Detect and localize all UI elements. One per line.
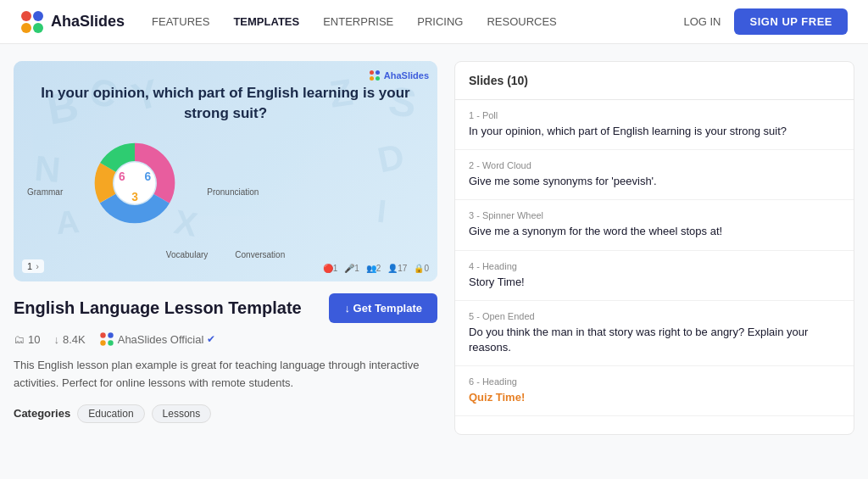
- svg-point-4: [370, 70, 374, 75]
- left-panel: B N A C S D I Z X Y AhaSlides: [14, 61, 437, 435]
- template-header: English Language Lesson Template ↓ Get T…: [14, 293, 437, 323]
- preview-card: B N A C S D I Z X Y AhaSlides: [14, 61, 437, 281]
- slides-icon: 🗂: [14, 333, 25, 346]
- slides-header: Slides (10): [455, 62, 854, 100]
- chart-label-vocabulary: Vocabulary: [166, 250, 208, 259]
- template-title: English Language Lesson Template: [14, 298, 302, 318]
- indicator-5: 🔒0: [414, 264, 429, 273]
- svg-point-2: [21, 23, 31, 33]
- page-indicators: 🔴1 🎤1 👥2 👤17 🔒0: [323, 264, 429, 273]
- slides-count: 10: [28, 333, 40, 346]
- verified-icon: ✔: [207, 333, 215, 345]
- svg-point-6: [370, 76, 374, 81]
- header: AhaSlides FEATURES TEMPLATES ENTERPRISE …: [0, 0, 868, 44]
- author-logo: [99, 331, 114, 347]
- download-count-item: ↓ 8.4K: [53, 333, 85, 346]
- chart-label-pronunciation: Pronunciation: [207, 187, 259, 197]
- categories-label: Categories: [14, 407, 70, 420]
- author-name: AhaSlides Official: [118, 333, 204, 346]
- indicator-2: 🎤1: [344, 264, 359, 273]
- preview-title: In your opinion, which part of English l…: [27, 83, 424, 124]
- pagination: 1 ›: [22, 259, 44, 273]
- preview-ahaslides-label: AhaSlides: [384, 70, 429, 81]
- donut-svg: 6 6 3: [88, 136, 181, 230]
- indicator-4: 👤17: [387, 264, 407, 273]
- nav-templates[interactable]: TEMPLATES: [233, 15, 299, 28]
- slide-text-3: Give me a synonym for the word the wheel…: [469, 224, 840, 239]
- slide-item-1[interactable]: 1 - Poll In your opinion, which part of …: [455, 100, 854, 150]
- chart-bottom-labels: Vocabulary Conversation: [27, 250, 424, 259]
- template-description: This English lesson plan example is grea…: [14, 357, 437, 393]
- category-lessons[interactable]: Lessons: [152, 404, 212, 423]
- nav-features[interactable]: FEATURES: [152, 15, 209, 28]
- svg-point-17: [108, 332, 113, 337]
- slides-count-item: 🗂 10: [14, 333, 40, 346]
- slide-item-4[interactable]: 4 - Heading Story Time!: [455, 251, 854, 301]
- svg-point-7: [376, 76, 380, 81]
- nav-pricing[interactable]: PRICING: [417, 15, 463, 28]
- svg-point-18: [100, 340, 105, 345]
- donut-chart: 6 6 3: [80, 136, 190, 247]
- slide-text-5: Do you think the man in that story was r…: [469, 325, 840, 355]
- main-nav: FEATURES TEMPLATES ENTERPRISE PRICING RE…: [152, 15, 683, 28]
- svg-text:3: 3: [131, 192, 138, 204]
- svg-point-0: [21, 11, 31, 21]
- category-education[interactable]: Education: [77, 404, 144, 423]
- svg-point-1: [33, 11, 43, 21]
- slide-item-2[interactable]: 2 - Word Cloud Give me some synonyms for…: [455, 150, 854, 200]
- indicator-1: 🔴1: [323, 264, 338, 273]
- header-actions: LOG IN SIGN UP FREE: [683, 8, 848, 35]
- slide-item-5[interactable]: 5 - Open Ended Do you think the man in t…: [455, 301, 854, 366]
- slide-text-2: Give me some synonyms for 'peevish'.: [469, 174, 840, 189]
- categories-row: Categories Education Lessons: [14, 404, 437, 423]
- slide-type-2: 2 - Word Cloud: [469, 160, 840, 170]
- indicator-3: 👥2: [366, 264, 381, 273]
- slide-type-4: 4 - Heading: [469, 261, 840, 271]
- logo[interactable]: AhaSlides: [20, 10, 125, 34]
- page-next-arrow[interactable]: ›: [36, 261, 39, 271]
- preview-content: In your opinion, which part of English l…: [14, 70, 437, 274]
- page-number: 1: [27, 261, 32, 271]
- right-panel: Slides (10) 1 - Poll In your opinion, wh…: [454, 61, 854, 435]
- template-meta: 🗂 10 ↓ 8.4K AhaSlides Official ✔: [14, 331, 437, 347]
- logo-icon: [20, 10, 44, 34]
- template-info: English Language Lesson Template ↓ Get T…: [14, 281, 437, 435]
- slide-text-1: In your opinion, which part of English l…: [469, 124, 840, 139]
- preview-logo-icon: [369, 70, 381, 81]
- author-item: AhaSlides Official ✔: [99, 331, 216, 347]
- slide-item-3[interactable]: 3 - Spinner Wheel Give me a synonym for …: [455, 200, 854, 250]
- svg-point-5: [376, 70, 380, 75]
- chart-label-conversation: Conversation: [235, 250, 285, 259]
- get-template-button[interactable]: ↓ Get Template: [329, 293, 437, 323]
- svg-point-3: [33, 23, 43, 33]
- svg-text:6: 6: [145, 170, 152, 183]
- preview-ahaslides-badge: AhaSlides: [369, 70, 429, 81]
- slide-type-1: 1 - Poll: [469, 110, 840, 120]
- sign-up-button[interactable]: SIGN UP FREE: [734, 8, 848, 35]
- svg-text:6: 6: [119, 170, 125, 183]
- slide-type-5: 5 - Open Ended: [469, 311, 840, 321]
- svg-point-16: [100, 332, 105, 337]
- slides-list: 1 - Poll In your opinion, which part of …: [455, 100, 854, 416]
- slide-text-4: Story Time!: [469, 275, 840, 290]
- download-count: 8.4K: [63, 333, 86, 346]
- slide-type-6: 6 - Heading: [469, 376, 840, 387]
- slide-item-6[interactable]: 6 - Heading Quiz Time!: [455, 366, 854, 416]
- download-icon: ↓: [53, 333, 59, 346]
- slide-type-3: 3 - Spinner Wheel: [469, 210, 840, 220]
- slide-text-6: Quiz Time!: [469, 390, 840, 405]
- chart-area: Grammar: [27, 136, 424, 247]
- svg-point-19: [108, 340, 113, 345]
- main-content: B N A C S D I Z X Y AhaSlides: [0, 44, 868, 452]
- logo-text: AhaSlides: [51, 13, 125, 31]
- chart-label-grammar: Grammar: [27, 187, 63, 197]
- log-in-button[interactable]: LOG IN: [683, 15, 721, 28]
- nav-enterprise[interactable]: ENTERPRISE: [323, 15, 393, 28]
- nav-resources[interactable]: RESOURCES: [487, 15, 556, 28]
